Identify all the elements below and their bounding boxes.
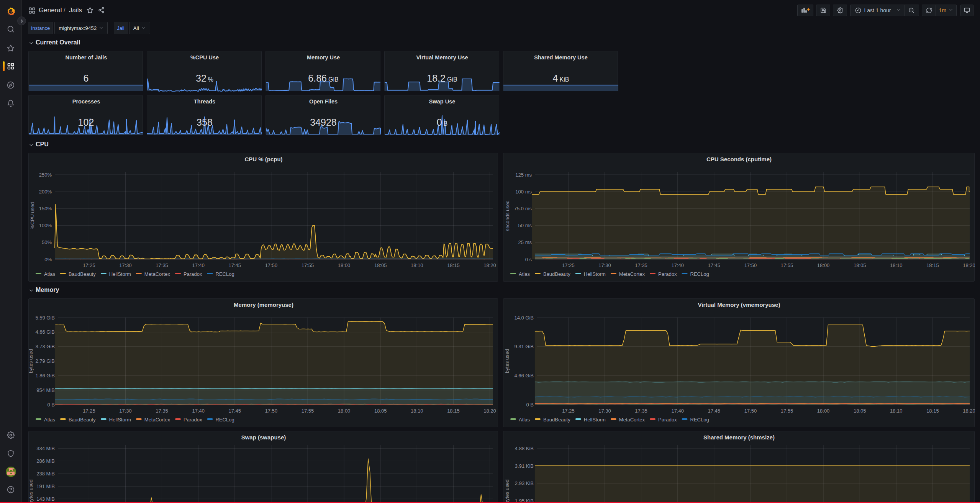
svg-text:17:35: 17:35 xyxy=(635,262,647,268)
svg-text:Paradox: Paradox xyxy=(658,417,677,423)
svg-text:25 ms: 25 ms xyxy=(518,239,532,245)
svg-text:17:40: 17:40 xyxy=(671,408,684,414)
svg-text:MetaCortex: MetaCortex xyxy=(619,271,645,277)
svg-text:Threads: Threads xyxy=(194,98,215,105)
svg-text:50 ms: 50 ms xyxy=(518,223,532,228)
svg-text:MetaCortex: MetaCortex xyxy=(144,271,170,277)
svg-text:18:10: 18:10 xyxy=(890,262,903,268)
svg-text:HellStorm: HellStorm xyxy=(109,271,131,277)
svg-text:Shared Memory Use: Shared Memory Use xyxy=(534,54,587,61)
svg-text:RECLog: RECLog xyxy=(690,271,709,277)
svg-text:B: B xyxy=(444,120,448,127)
svg-text:bytes used: bytes used xyxy=(29,480,34,503)
svg-text:286 MiB: 286 MiB xyxy=(36,458,55,464)
svg-text:MetaCortex: MetaCortex xyxy=(619,417,645,423)
svg-text:MetaCortex: MetaCortex xyxy=(144,417,170,423)
svg-text:BaudBeauty: BaudBeauty xyxy=(543,271,570,277)
svg-text:18:10: 18:10 xyxy=(411,408,423,414)
svg-text:18:20: 18:20 xyxy=(963,408,975,414)
svg-text:17:35: 17:35 xyxy=(156,408,168,414)
svg-text:Swap Use: Swap Use xyxy=(429,98,456,105)
svg-text:RECLog: RECLog xyxy=(690,417,709,423)
svg-text:2.93 KiB: 2.93 KiB xyxy=(515,480,534,486)
svg-text:RECLog: RECLog xyxy=(216,271,234,277)
svg-text:6.86: 6.86 xyxy=(308,73,327,84)
svg-text:17:40: 17:40 xyxy=(192,408,205,414)
svg-text:0 B: 0 B xyxy=(526,402,534,408)
svg-text:Paradox: Paradox xyxy=(658,271,677,277)
svg-text:18:00: 18:00 xyxy=(338,408,351,414)
svg-text:bytes used: bytes used xyxy=(504,480,510,503)
svg-text:4: 4 xyxy=(553,73,558,84)
svg-text:%: % xyxy=(208,76,213,83)
svg-text:CPU % (pcpu): CPU % (pcpu) xyxy=(244,156,282,162)
svg-text:334 MiB: 334 MiB xyxy=(36,446,55,451)
svg-text:2.79 GiB: 2.79 GiB xyxy=(35,358,55,364)
svg-text:BaudBeauty: BaudBeauty xyxy=(69,417,96,423)
svg-text:Paradox: Paradox xyxy=(184,271,202,277)
svg-text:5.59 GiB: 5.59 GiB xyxy=(35,315,55,321)
svg-text:CPU Seconds (cputime): CPU Seconds (cputime) xyxy=(706,156,772,162)
svg-text:Virtual Memory Use: Virtual Memory Use xyxy=(416,54,468,61)
svg-text:Shared Memory (shmsize): Shared Memory (shmsize) xyxy=(703,434,775,441)
svg-text:18:05: 18:05 xyxy=(854,408,866,414)
svg-text:18:10: 18:10 xyxy=(411,262,423,268)
svg-text:18:05: 18:05 xyxy=(374,408,387,414)
svg-text:0%: 0% xyxy=(44,257,52,262)
svg-text:18:20: 18:20 xyxy=(483,408,496,414)
svg-text:%CPU Use: %CPU Use xyxy=(190,54,219,61)
svg-text:17:35: 17:35 xyxy=(156,262,168,268)
svg-text:17:50: 17:50 xyxy=(744,262,757,268)
svg-text:17:45: 17:45 xyxy=(708,262,721,268)
svg-text:Number of Jails: Number of Jails xyxy=(66,54,107,61)
svg-text:17:40: 17:40 xyxy=(192,262,205,268)
svg-text:Atlas: Atlas xyxy=(44,271,55,277)
svg-text:Paradox: Paradox xyxy=(184,417,202,423)
svg-text:17:55: 17:55 xyxy=(302,262,314,268)
svg-text:17:50: 17:50 xyxy=(744,408,757,414)
svg-text:18:10: 18:10 xyxy=(890,408,903,414)
svg-text:BaudBeauty: BaudBeauty xyxy=(69,271,96,277)
svg-text:18:00: 18:00 xyxy=(817,408,830,414)
svg-text:Atlas: Atlas xyxy=(44,417,55,423)
svg-text:17:55: 17:55 xyxy=(781,408,793,414)
svg-text:75.0 ms: 75.0 ms xyxy=(514,206,532,211)
svg-text:GiB: GiB xyxy=(328,76,339,83)
svg-text:9.31 GiB: 9.31 GiB xyxy=(514,344,534,349)
svg-text:191 MiB: 191 MiB xyxy=(36,483,55,489)
svg-text:bytes used: bytes used xyxy=(29,349,34,373)
svg-text:Atlas: Atlas xyxy=(519,417,530,423)
svg-text:17:25: 17:25 xyxy=(562,408,575,414)
svg-text:17:55: 17:55 xyxy=(781,262,793,268)
svg-text:50%: 50% xyxy=(42,239,52,245)
svg-text:18.2: 18.2 xyxy=(427,73,446,84)
svg-text:250%: 250% xyxy=(39,172,52,178)
svg-text:seconds used: seconds used xyxy=(505,200,510,231)
svg-text:18:20: 18:20 xyxy=(483,262,496,268)
svg-text:18:05: 18:05 xyxy=(374,262,387,268)
svg-text:4.88 KiB: 4.88 KiB xyxy=(515,446,534,451)
svg-text:Memory Use: Memory Use xyxy=(307,54,340,61)
svg-text:954 MiB: 954 MiB xyxy=(36,387,55,393)
svg-text:18:15: 18:15 xyxy=(926,408,939,414)
svg-text:GiB: GiB xyxy=(447,76,457,83)
svg-text:Processes: Processes xyxy=(72,98,100,105)
svg-text:1.86 GiB: 1.86 GiB xyxy=(35,373,55,378)
svg-text:KiB: KiB xyxy=(560,76,569,83)
svg-text:bytes used: bytes used xyxy=(504,349,510,373)
svg-text:17:50: 17:50 xyxy=(265,262,278,268)
svg-text:100 ms: 100 ms xyxy=(515,189,532,195)
svg-text:17:30: 17:30 xyxy=(119,262,132,268)
svg-text:HellStorm: HellStorm xyxy=(109,417,131,423)
svg-text:Atlas: Atlas xyxy=(519,271,530,277)
svg-text:32: 32 xyxy=(196,73,206,84)
svg-text:17:25: 17:25 xyxy=(83,262,95,268)
svg-text:HellStorm: HellStorm xyxy=(584,271,606,277)
svg-text:HellStorm: HellStorm xyxy=(584,417,606,423)
svg-text:17:30: 17:30 xyxy=(598,408,611,414)
svg-text:18:00: 18:00 xyxy=(817,262,830,268)
svg-text:358: 358 xyxy=(197,117,213,128)
svg-text:17:50: 17:50 xyxy=(265,408,278,414)
svg-text:17:35: 17:35 xyxy=(635,408,647,414)
svg-text:17:25: 17:25 xyxy=(562,262,575,268)
